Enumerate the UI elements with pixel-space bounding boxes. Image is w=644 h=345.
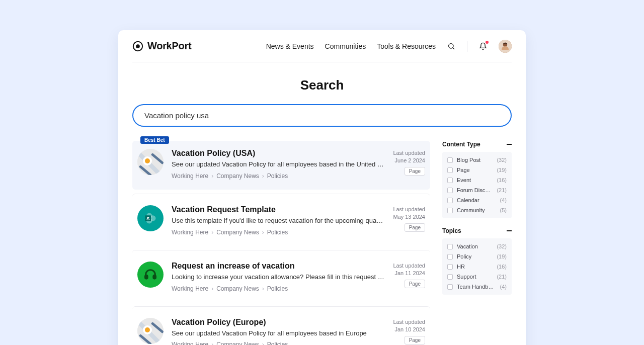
breadcrumb: Working Here › Company News › Policies xyxy=(172,341,385,345)
checkbox-icon[interactable] xyxy=(447,244,453,249)
search-input[interactable] xyxy=(132,104,512,127)
svg-point-20 xyxy=(145,327,150,332)
breadcrumb-separator-icon: › xyxy=(211,229,213,236)
result-meta: Last updated Jan 10 2024 Page xyxy=(393,318,425,345)
checkbox-icon[interactable] xyxy=(447,178,453,183)
result-item[interactable]: S Vacation Request Template Use this tem… xyxy=(132,194,430,246)
result-description: See our updated Vacation Policy for all … xyxy=(172,329,385,338)
filter-option[interactable]: Policy (19) xyxy=(447,251,507,262)
filter-label: Support xyxy=(457,274,493,280)
updated-date: May 13 2024 xyxy=(393,214,425,220)
checkbox-icon[interactable] xyxy=(447,254,453,260)
brand-logo[interactable]: WorkPort xyxy=(132,40,191,52)
result-item[interactable]: Vacation Policy (Europe) See our updated… xyxy=(132,306,430,345)
result-description: Looking to increase your vacation allowa… xyxy=(172,273,385,282)
breadcrumb-segment[interactable]: Policies xyxy=(267,172,288,180)
collapse-icon[interactable] xyxy=(507,230,512,231)
updated-date: June 2 2024 xyxy=(394,157,425,163)
updated-label: Last updated xyxy=(393,206,425,212)
result-title: Vacation Policy (Europe) xyxy=(172,318,385,327)
checkbox-icon[interactable] xyxy=(447,188,453,193)
filter-option[interactable]: Support (21) xyxy=(447,272,507,282)
breadcrumb-segment[interactable]: Company News xyxy=(216,172,259,180)
filter-option[interactable]: Team Handbook (4) xyxy=(447,282,507,292)
updated-label: Last updated xyxy=(393,150,425,156)
filter-list: Blog Post (32) Page (19) Event (16) xyxy=(442,152,512,218)
breadcrumb-segment[interactable]: Company News xyxy=(216,229,259,236)
checkbox-icon[interactable] xyxy=(447,264,453,270)
bell-icon[interactable] xyxy=(478,42,488,51)
filter-title: Topics xyxy=(442,227,461,234)
breadcrumb-segment[interactable]: Working Here xyxy=(172,172,208,180)
filter-option[interactable]: Calendar (4) xyxy=(447,195,507,205)
updated-label: Last updated xyxy=(393,319,425,325)
nav-divider xyxy=(467,41,467,52)
filter-option[interactable]: Page (19) xyxy=(447,165,507,175)
result-item[interactable]: Vacation Policy (USA) See our updated Va… xyxy=(132,141,430,190)
best-bet-badge: Best Bet xyxy=(140,136,169,144)
brand-name: WorkPort xyxy=(147,40,191,52)
filter-count: (21) xyxy=(497,274,507,280)
breadcrumb: Working Here › Company News › Policies xyxy=(172,229,385,236)
filter-label: Policy xyxy=(457,253,493,260)
breadcrumb-separator-icon: › xyxy=(211,172,213,180)
search-icon[interactable] xyxy=(447,42,456,51)
filter-count: (4) xyxy=(500,197,507,203)
filter-header[interactable]: Content Type xyxy=(442,141,512,148)
filter-option[interactable]: Forum Discussion (21) xyxy=(447,185,507,195)
filter-label: Page xyxy=(457,167,493,173)
checkbox-icon[interactable] xyxy=(447,208,453,213)
breadcrumb-segment[interactable]: Company News xyxy=(216,285,259,292)
best-bet-container: Best Bet Vacation Policy (USA) xyxy=(132,141,430,190)
checkbox-icon[interactable] xyxy=(447,167,453,173)
breadcrumb-separator-icon: › xyxy=(262,285,264,292)
nav-link-news[interactable]: News & Events xyxy=(266,42,314,50)
filter-count: (32) xyxy=(497,157,507,163)
result-description: Use this template if you'd like to reque… xyxy=(172,216,385,226)
filter-count: (32) xyxy=(497,243,507,249)
result-body: Vacation Policy (USA) See our updated Va… xyxy=(172,149,385,180)
filter-topics: Topics Vacation (32) Policy (19) xyxy=(442,227,512,295)
result-item[interactable]: Request an increase of vacation Looking … xyxy=(132,250,430,302)
breadcrumb-segment[interactable]: Working Here xyxy=(172,229,208,236)
collapse-icon[interactable] xyxy=(507,144,512,145)
filter-option[interactable]: Blog Post (32) xyxy=(447,155,507,165)
content-area: Best Bet Vacation Policy (USA) xyxy=(132,141,512,345)
breadcrumb-segment[interactable]: Policies xyxy=(267,341,288,345)
headset-icon xyxy=(137,262,164,288)
svg-rect-17 xyxy=(153,275,156,279)
svg-point-2 xyxy=(449,43,453,48)
filter-label: Forum Discussion xyxy=(457,187,493,193)
breadcrumb-segment[interactable]: Policies xyxy=(267,229,288,236)
filter-option[interactable]: Vacation (32) xyxy=(447,241,507,251)
filter-option[interactable]: Community (5) xyxy=(447,205,507,215)
filters-sidebar: Content Type Blog Post (32) Page (19) xyxy=(442,141,512,304)
filter-count: (16) xyxy=(497,177,507,183)
avatar[interactable] xyxy=(499,40,512,53)
svg-text:S: S xyxy=(146,216,149,221)
breadcrumb: Working Here › Company News › Policies xyxy=(172,172,385,180)
result-title: Request an increase of vacation xyxy=(172,262,385,271)
filter-header[interactable]: Topics xyxy=(442,227,512,234)
checkbox-icon[interactable] xyxy=(447,198,453,203)
filter-count: (4) xyxy=(500,284,507,290)
breadcrumb-segment[interactable]: Working Here xyxy=(172,285,208,292)
app-window: WorkPort News & Events Communities Tools… xyxy=(118,30,526,345)
type-badge: Page xyxy=(405,280,425,288)
result-description: See our updated Vacation Policy for all … xyxy=(172,160,385,169)
nav-link-communities[interactable]: Communities xyxy=(325,42,366,50)
breadcrumb-separator-icon: › xyxy=(262,229,264,236)
checkbox-icon[interactable] xyxy=(447,284,453,290)
filter-option[interactable]: Event (16) xyxy=(447,175,507,185)
filter-count: (21) xyxy=(497,187,507,193)
breadcrumb-segment[interactable]: Company News xyxy=(216,341,259,345)
breadcrumb-segment[interactable]: Working Here xyxy=(172,341,208,345)
filter-label: Blog Post xyxy=(457,157,493,163)
result-body: Vacation Policy (Europe) See our updated… xyxy=(172,318,385,345)
breadcrumb-segment[interactable]: Policies xyxy=(267,285,288,292)
checkbox-icon[interactable] xyxy=(447,274,453,280)
checkbox-icon[interactable] xyxy=(447,157,453,163)
nav-link-tools[interactable]: Tools & Resources xyxy=(377,42,436,50)
result-meta: Last updated June 2 2024 Page xyxy=(393,149,425,180)
filter-option[interactable]: HR (16) xyxy=(447,262,507,272)
